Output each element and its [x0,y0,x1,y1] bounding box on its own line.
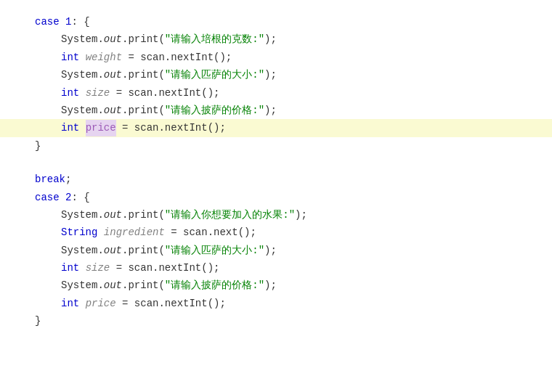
code-token [60,189,65,205]
code-token: System. [61,207,104,223]
code-token: ); [264,242,277,258]
code-token: System. [61,277,104,293]
code-token: "请输入披萨的价格:" [165,277,264,293]
code-token [79,295,85,311]
code-line [0,155,552,171]
code-token: size [86,85,110,101]
code-token: System. [61,31,104,47]
code-line: int price = scan.nextInt(); [0,295,552,312]
code-token: case [35,189,60,205]
code-token: ingredient [104,224,165,240]
code-token: ); [264,277,277,293]
code-token: ; [65,171,71,187]
code-token: } [35,138,41,154]
code-token: int [61,120,79,136]
code-line: int weight = scan.nextInt(); [0,49,552,66]
code-token [79,120,85,136]
code-token: = scan.nextInt(); [110,85,219,101]
code-token: .print( [122,207,165,223]
code-token [97,224,103,240]
code-line: System.out.print("请输入披萨的价格:"); [0,102,552,119]
code-token: weight [86,49,122,65]
code-line: System.out.print("请输入匹萨的大小:"); [0,66,552,83]
code-token: "请输入匹萨的大小:" [165,242,264,258]
code-token: = scan.nextInt(); [116,295,226,311]
code-token: System. [61,242,104,258]
code-token: out [104,277,122,293]
code-line: case 1: { [0,13,552,30]
code-token: int [61,295,79,311]
code-token: .print( [122,31,165,47]
code-token: .print( [122,67,165,83]
code-token: size [86,260,110,276]
code-token: out [104,67,122,83]
code-token: System. [61,102,104,118]
code-line: } [0,312,552,330]
code-token: price [86,295,116,311]
code-token: = scan.next(); [165,224,256,240]
code-line: int price = scan.nextInt(); [0,119,552,136]
code-line: String ingredient = scan.next(); [0,224,552,241]
code-token [79,85,85,101]
code-token: .print( [122,277,165,293]
code-token: String [61,224,97,240]
code-line: break; [0,171,552,188]
code-token: = scan.nextInt(); [122,49,232,65]
code-line: System.out.print("请输入匹萨的大小:"); [0,242,552,259]
code-token: int [61,49,79,65]
code-token: break [35,171,65,187]
code-token: "请输入披萨的价格:" [165,102,264,118]
code-token: case [35,14,60,30]
code-token: .print( [122,102,165,118]
code-token: : { [71,189,89,205]
code-token: out [104,31,122,47]
code-token: ); [264,67,277,83]
code-line: System.out.print("请输入培根的克数:"); [0,30,552,48]
code-token: "请输入匹萨的大小:" [165,67,264,83]
code-token: int [61,260,79,276]
code-token: = scan.nextInt(); [116,120,226,136]
code-token [79,49,85,65]
code-token [60,14,65,30]
code-line: } [0,137,552,155]
code-token: ); [295,207,307,223]
code-token: "请输入你想要加入的水果:" [165,207,295,223]
code-token: out [104,207,122,223]
code-token: int [61,85,79,101]
code-line: System.out.print("请输入披萨的价格:"); [0,277,552,294]
code-editor: case 1: {System.out.print("请输入培根的克数:");i… [0,7,552,336]
code-token: 2 [65,189,71,205]
code-token: System. [61,67,104,83]
code-token: = scan.nextInt(); [110,260,219,276]
code-token [79,260,85,276]
code-token: price [86,120,116,136]
code-token: } [35,313,41,329]
code-token: 1 [65,14,71,30]
code-line: int size = scan.nextInt(); [0,259,552,277]
code-token: .print( [122,242,165,258]
code-token: out [104,242,122,258]
code-token: ); [264,102,277,118]
code-token: : { [71,14,89,30]
code-line: case 2: { [0,189,552,206]
code-token: out [104,102,122,118]
code-token: "请输入培根的克数:" [165,31,264,47]
code-line: System.out.print("请输入你想要加入的水果:"); [0,206,552,224]
code-line: int size = scan.nextInt(); [0,84,552,102]
code-token: ); [264,31,277,47]
